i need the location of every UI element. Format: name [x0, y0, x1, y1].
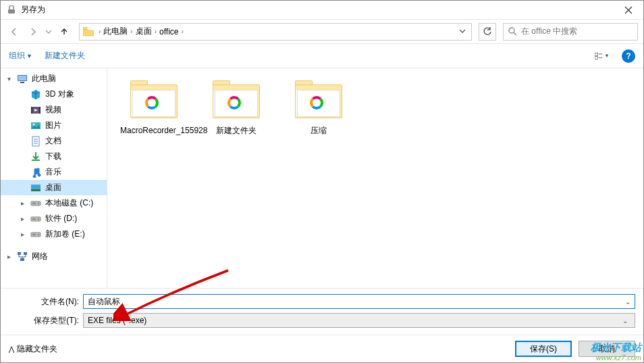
svg-point-12 — [33, 123, 35, 125]
svg-rect-9 — [31, 107, 32, 114]
tree-item-pictures[interactable]: 图片 — [1, 118, 107, 133]
folder-icon — [213, 80, 260, 120]
tree-item-label: 桌面 — [45, 182, 61, 193]
svg-point-21 — [38, 218, 39, 220]
tree-toggle-icon[interactable]: ▸ — [7, 253, 14, 260]
tree-item-label: 软件 (D:) — [45, 213, 77, 224]
downloads-icon — [30, 151, 41, 162]
tree-item-label: 网络 — [32, 251, 48, 262]
tree-item-label: 本地磁盘 (C:) — [45, 197, 93, 209]
search-placeholder: 在 office 中搜索 — [521, 26, 577, 37]
tree-item-downloads[interactable]: 下载 — [1, 149, 107, 164]
chevron-right-icon[interactable]: › — [153, 28, 158, 35]
address-dropdown[interactable] — [456, 27, 468, 37]
folder-item[interactable]: 压缩 — [288, 80, 349, 136]
app-icon — [6, 5, 17, 16]
tree-item-label: 文档 — [45, 135, 61, 147]
cancel-button[interactable]: 取消 — [579, 341, 635, 357]
desktop-icon — [30, 183, 41, 193]
drive-icon — [30, 229, 41, 240]
nav-forward-button[interactable] — [25, 24, 41, 40]
tree-item-drive[interactable]: ▸新加卷 (E:) — [1, 226, 107, 242]
nav-bar: › 此电脑 › 桌面 › office › 在 office 中搜索 — [1, 20, 643, 44]
folder-item[interactable]: 新建文件夹 — [206, 80, 267, 136]
docs-icon — [30, 136, 41, 147]
close-button[interactable] — [613, 1, 643, 20]
filetype-combo[interactable]: EXE files (*.exe) ⌄ — [83, 313, 635, 328]
tree-item-drive[interactable]: ▸软件 (D:) — [1, 211, 107, 226]
action-bar: ⋀ 隐藏文件夹 保存(S) 取消 — [1, 335, 643, 362]
music-icon — [30, 167, 41, 178]
window-title: 另存为 — [21, 4, 613, 16]
svg-rect-4 — [595, 56, 598, 59]
nav-up-button[interactable] — [56, 24, 72, 40]
folder-icon — [82, 26, 95, 38]
pictures-icon — [30, 120, 41, 131]
help-button[interactable]: ? — [622, 49, 635, 63]
svg-rect-0 — [8, 9, 15, 14]
chevron-right-icon[interactable]: › — [97, 28, 102, 35]
tree-item-label: 此电脑 — [32, 73, 56, 84]
tree-toggle-icon[interactable]: ▸ — [21, 199, 28, 207]
svg-rect-6 — [18, 76, 26, 80]
chevron-down-icon: ▼ — [26, 53, 32, 59]
tree-item-network[interactable]: ▸网络 — [1, 249, 107, 264]
nav-back-button[interactable] — [6, 24, 22, 40]
svg-rect-7 — [20, 82, 24, 83]
tree-item-video[interactable]: 视频 — [1, 102, 107, 118]
folder-label: MacroRecorder_155928 — [120, 125, 188, 136]
save-button[interactable]: 保存(S) — [515, 341, 572, 357]
tree-toggle-icon[interactable]: ▾ — [7, 75, 14, 82]
folder-label: 新建文件夹 — [216, 125, 257, 136]
pc-icon — [17, 74, 28, 84]
breadcrumb-segment[interactable]: 此电脑 — [102, 26, 129, 37]
tree-item-3d[interactable]: 3D 对象 — [1, 87, 107, 102]
svg-point-2 — [509, 28, 514, 33]
hide-folders-toggle[interactable]: ⋀ 隐藏文件夹 — [9, 343, 57, 355]
svg-rect-19 — [32, 203, 36, 204]
folder-icon — [130, 80, 178, 120]
file-fields: 文件名(N): ⌄ 保存类型(T): EXE files (*.exe) ⌄ — [1, 288, 643, 335]
new-folder-button[interactable]: 新建文件夹 — [45, 50, 85, 62]
chevron-right-icon[interactable]: › — [129, 28, 134, 35]
organize-menu[interactable]: 组织 ▼ — [9, 50, 32, 62]
search-box[interactable]: 在 office 中搜索 — [503, 23, 638, 41]
svg-rect-14 — [32, 160, 40, 161]
filename-combo[interactable]: ⌄ — [83, 294, 635, 309]
breadcrumb-segment[interactable]: 桌面 — [134, 26, 153, 37]
tree-toggle-icon[interactable]: ▸ — [21, 215, 28, 222]
folder-icon — [295, 80, 342, 120]
network-icon — [17, 251, 28, 262]
folder-label: 压缩 — [311, 125, 327, 136]
folder-item[interactable]: MacroRecorder_155928 — [124, 80, 184, 136]
svg-rect-27 — [24, 252, 27, 255]
breadcrumb-segment[interactable]: office — [158, 27, 180, 37]
tree-item-label: 新加卷 (E:) — [45, 228, 85, 240]
svg-rect-1 — [83, 27, 87, 30]
chevron-down-icon: ⋀ — [9, 345, 14, 353]
tree-item-desktop[interactable]: 桌面 — [1, 180, 107, 195]
tree-item-drive[interactable]: ▸本地磁盘 (C:) — [1, 195, 107, 211]
svg-rect-16 — [31, 189, 41, 191]
tree-item-docs[interactable]: 文档 — [1, 133, 107, 149]
svg-rect-22 — [32, 218, 36, 220]
tree-item-label: 视频 — [45, 104, 61, 116]
file-list[interactable]: MacroRecorder_155928 新建文件夹 压缩 — [107, 68, 643, 288]
refresh-button[interactable] — [479, 23, 496, 41]
chevron-right-icon[interactable]: › — [180, 28, 185, 35]
drive-icon — [30, 214, 41, 224]
drive-icon — [30, 198, 41, 209]
3d-icon — [30, 89, 41, 100]
svg-rect-3 — [595, 53, 598, 55]
tree-toggle-icon[interactable]: ▸ — [21, 231, 28, 238]
filename-input[interactable] — [88, 297, 622, 306]
tree-item-music[interactable]: 音乐 — [1, 164, 107, 180]
view-options-button[interactable]: ▼ — [595, 49, 610, 64]
nav-recent-dropdown[interactable] — [44, 24, 53, 40]
address-bar[interactable]: › 此电脑 › 桌面 › office › — [79, 23, 472, 41]
video-icon — [30, 105, 41, 116]
tree-item-pc[interactable]: ▾此电脑 — [1, 71, 107, 87]
tree-item-label: 3D 对象 — [45, 89, 74, 100]
chevron-down-icon[interactable]: ⌄ — [622, 298, 633, 306]
title-bar: 另存为 — [1, 1, 643, 20]
